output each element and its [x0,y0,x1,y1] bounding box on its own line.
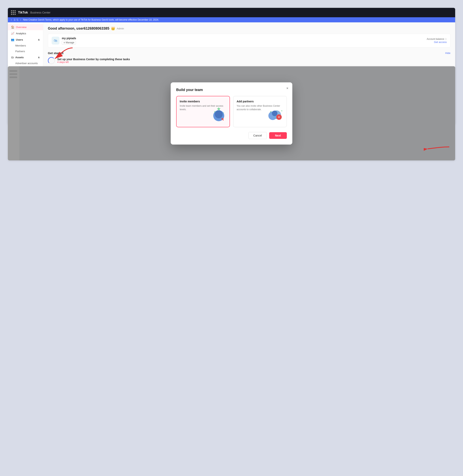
account-info: my pipiads ≡ Manage [62,37,76,44]
balance-help-icon: ⓘ [445,38,447,40]
home-icon: 🏠 [11,26,14,29]
greeting-role: Admin [117,27,124,30]
app-title-sep: : [29,11,29,14]
svg-point-6 [223,112,224,113]
bottom-panel: Build your team × Invite members Invite … [8,66,455,160]
app-header: TikTok : Business Center [8,8,455,17]
sidebar-item-partners[interactable]: Partners [8,48,43,54]
modal-dialog: Build your team × Invite members Invite … [171,82,292,145]
sidebar-analytics-label: Analytics [16,32,26,35]
svg-marker-13 [281,110,283,111]
svg-point-2 [215,110,223,118]
greeting-text: Good afternoon, user6126808063385 [48,26,109,31]
svg-point-12 [270,111,271,112]
svg-point-9 [272,111,277,116]
setup-text: Set up your Business Center by completin… [57,58,130,63]
modal-option-invite-members[interactable]: Invite members Invite team members and s… [176,96,230,127]
sidebar-item-users[interactable]: 👥 Users ∧ [8,36,43,43]
add-partners-title: Add partners [237,100,283,103]
svg-marker-3 [217,107,221,111]
assets-icon: 🗂 [11,56,14,59]
sidebar-assets-label: Assets [15,56,24,59]
page-greeting: Good afternoon, user6126808063385 👑 Admi… [48,26,450,31]
setup-sub-text: 4 steps left [57,61,130,63]
analytics-icon: 📈 [11,32,14,35]
sidebar-item-members[interactable]: Members [8,43,43,48]
account-card: 🛍 my pipiads ≡ Manage Account balance ⓘ … [48,34,450,47]
notif-page: 1 / 1 [14,18,18,21]
balance-label: Account balance [427,38,444,40]
modal-footer: Cancel Next [176,132,287,139]
users-icon: 👥 [11,38,14,41]
progress-circle [48,57,55,64]
modal-options: Invite members Invite team members and s… [176,96,287,127]
sidebar-advertiser-label: Advertiser accounts [15,62,38,65]
account-avatar: 🛍 [52,37,59,44]
sidebar-item-overview[interactable]: 🏠 Overview [8,24,43,30]
app-subtitle: Business Center [30,11,51,14]
sidebar-users-label: Users [16,38,23,41]
svg-point-5 [214,111,215,112]
sidebar-item-advertiser-accounts[interactable]: Advertiser accounts [8,60,43,66]
sidebar-overview-label: Overview [16,26,27,29]
sidebar-members-label: Members [15,44,26,47]
notification-bar: ‹ 1 / 1 › New Creative GenAI Terms, whic… [8,17,455,22]
notif-text: New Creative GenAI Terms, which apply to… [23,18,452,21]
add-partners-illustration: + [267,105,285,125]
modal-close-button[interactable]: × [286,86,288,90]
app-title: TikTok [18,11,28,14]
next-button[interactable]: Next [269,132,287,139]
account-balance: Account balance ⓘ Get access [427,38,447,44]
notif-prev[interactable]: ‹ [11,18,12,21]
greeting-badge: 👑 [111,26,115,31]
account-name: my pipiads [62,37,76,40]
app-grid-icon[interactable] [11,10,16,15]
invite-members-illustration [210,105,228,125]
get-started-title: Get started [48,51,63,55]
notif-next[interactable]: › [20,18,21,21]
manage-icon: ≡ [63,41,65,44]
balance-get-access-link[interactable]: Get access [434,41,447,44]
users-chevron-icon: ∧ [38,38,40,41]
setup-progress: Set up your Business Center by completin… [48,57,450,64]
sidebar-partners-label: Partners [15,50,25,53]
cancel-button[interactable]: Cancel [248,132,267,139]
setup-main-text: Set up your Business Center by completin… [57,58,130,61]
invite-members-title: Invite members [180,100,226,103]
sidebar-item-assets[interactable]: 🗂 Assets ∧ [8,54,43,60]
modal-option-add-partners[interactable]: Add partners You can also invite other B… [233,96,287,127]
modal-title: Build your team [176,88,287,92]
manage-label: Manage [66,41,74,44]
svg-text:+: + [278,115,280,119]
sidebar-item-analytics[interactable]: 📈 Analytics [8,30,43,36]
assets-chevron-icon: ∧ [38,56,40,59]
hide-button[interactable]: Hide [445,52,450,54]
get-started-header: Get started Hide [48,51,450,55]
modal-overlay: Build your team × Invite members Invite … [8,66,455,160]
account-manage-button[interactable]: ≡ Manage [62,41,76,44]
